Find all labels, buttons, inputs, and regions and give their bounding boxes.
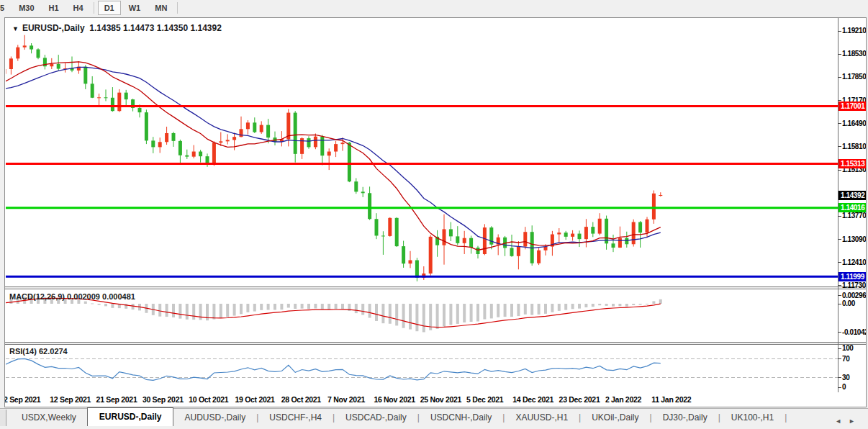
candle [37, 50, 40, 58]
tab-usdcad-daily[interactable]: USDCAD-,Daily [335, 410, 417, 426]
date-label: 2 Sep 2021 [4, 395, 40, 404]
tab-usdcnh-daily[interactable]: USDCNH-,Daily [420, 410, 502, 426]
candle [185, 155, 189, 157]
candle [361, 191, 365, 193]
timeframe-button-5[interactable]: 5 [0, 1, 11, 15]
tab-dj30-daily[interactable]: DJ30-,Daily [652, 410, 718, 426]
candle [240, 129, 243, 137]
candle [429, 237, 433, 274]
rsi-tick-mark [838, 358, 841, 359]
price-tick-mark [838, 123, 841, 124]
candle [415, 261, 419, 278]
candle [510, 248, 514, 256]
tab-eurusd-daily[interactable]: EURUSD-,Daily [87, 407, 174, 426]
candle [192, 152, 196, 157]
tab-usdchf-h4[interactable]: USDCHF-,H4 [258, 410, 333, 426]
quote-close: 1.14392 [190, 23, 221, 33]
date-label: 25 Nov 2021 [420, 395, 461, 404]
macd-axis-label: 0.00 [842, 299, 867, 307]
price-tick-label: 1.13090 [842, 235, 867, 243]
candle [646, 220, 649, 232]
price-tick-mark [838, 262, 841, 263]
tab-xauusd-h1[interactable]: XAUUSD-,H1 [505, 410, 579, 426]
candle [537, 250, 541, 263]
candle [145, 112, 148, 140]
candle [612, 243, 615, 248]
candle [449, 229, 453, 236]
toolbar-separator [94, 2, 94, 14]
price-tick-mark [838, 146, 841, 147]
candle [212, 143, 216, 164]
price-pane[interactable] [6, 18, 838, 286]
candle [375, 219, 379, 235]
candle [246, 122, 250, 129]
rsi-line [6, 358, 661, 380]
timeframe-button-d1[interactable]: D1 [98, 1, 121, 15]
candle [483, 227, 487, 254]
tab-ukoil-daily[interactable]: UKOil-,Daily [581, 410, 649, 426]
quote-high: 1.14473 [123, 23, 154, 33]
candle [260, 125, 263, 132]
level-lines [6, 107, 838, 277]
level-price-tag: 1.15313 [838, 159, 867, 168]
macd-indicator-label: MACD(12,26,9) 0.002009 0.000481 [9, 292, 135, 301]
date-label: 14 Dec 2021 [512, 395, 553, 404]
candle [294, 113, 297, 154]
rsi-axis-label: 100 [842, 344, 867, 352]
tab-audusd-daily[interactable]: AUDUSD-,Daily [173, 410, 256, 426]
rsi-axis-label: 30 [842, 374, 867, 381]
candle [57, 64, 60, 69]
candle [564, 232, 568, 237]
candle [463, 238, 466, 243]
rsi-pane[interactable] [6, 344, 838, 392]
timeframe-button-h4[interactable]: H4 [67, 1, 90, 15]
candle [91, 83, 94, 97]
timeframe-button-m30[interactable]: M30 [12, 1, 40, 15]
toolbar-separator [177, 2, 178, 14]
date-label: 10 Oct 2021 [189, 395, 228, 404]
timeframe-button-h1[interactable]: H1 [42, 1, 65, 15]
candle [23, 45, 27, 47]
price-tick-mark [838, 54, 841, 55]
price-tick-mark [838, 239, 841, 240]
price-tick-label: 1.17850 [842, 73, 867, 81]
candle [348, 143, 351, 181]
tab-scroll-left-icon[interactable]: ◄ [835, 417, 849, 425]
tab-usdx-weekly[interactable]: USDX,Weekly [11, 410, 87, 426]
date-label: 7 Nov 2021 [327, 395, 365, 404]
candle [443, 229, 446, 245]
candle [652, 194, 656, 220]
candle [354, 181, 358, 191]
date-label: 21 Sep 2021 [96, 395, 137, 404]
candle [368, 193, 371, 219]
timeframe-button-mn[interactable]: MN [148, 1, 173, 15]
tab-uk100-h1[interactable]: UK100-,H1 [720, 410, 785, 426]
tab-scroll-right-icon[interactable]: ► [849, 417, 862, 425]
price-tick-mark [838, 170, 841, 171]
candle [253, 122, 256, 132]
timeframe-button-w1[interactable]: W1 [122, 1, 148, 15]
quote-low: 1.14350 [157, 23, 188, 33]
price-tick-mark [838, 285, 841, 286]
candle [517, 247, 520, 256]
date-label: 28 Oct 2021 [281, 395, 321, 404]
candle [50, 64, 53, 66]
candle [402, 246, 405, 263]
macd-tick-mark [838, 304, 841, 304]
level-price-tag: 1.14016 [838, 203, 867, 212]
macd-signal-line [6, 298, 661, 327]
timeframe-toolbar: 5M30H1H4D1W1MN [0, 0, 868, 16]
price-tick-label: 1.19210 [842, 27, 867, 35]
date-label: 12 Sep 2021 [50, 395, 91, 404]
quote-open: 1.14385 [89, 23, 120, 33]
rsi-indicator-label: RSI(14) 62.0274 [9, 347, 68, 356]
macd-tick-mark [838, 295, 841, 296]
price-tick-mark [838, 216, 841, 217]
time-axis[interactable]: 2 Sep 202112 Sep 202121 Sep 202130 Sep 2… [5, 392, 867, 407]
candle [314, 137, 317, 148]
tabbar-corner [0, 410, 6, 426]
candle [388, 218, 392, 236]
chart-dropdown-icon[interactable]: ▼ [12, 25, 19, 32]
candle [469, 238, 473, 248]
candle [165, 133, 168, 142]
